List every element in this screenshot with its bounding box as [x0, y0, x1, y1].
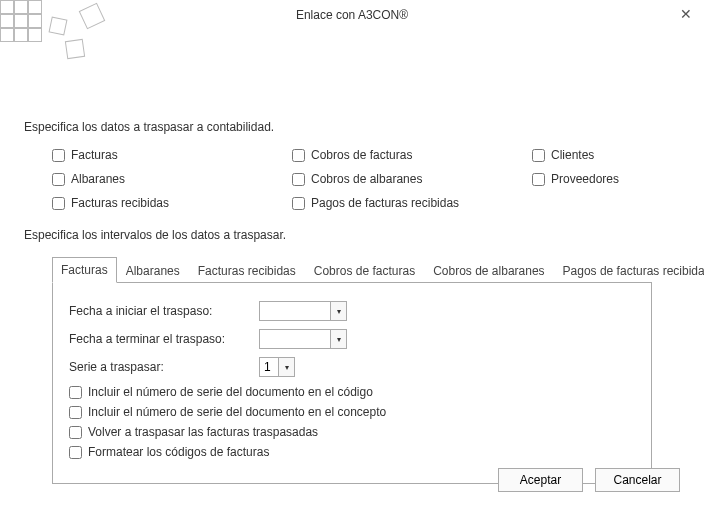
accept-button[interactable]: Aceptar: [498, 468, 583, 492]
serie-label: Serie a traspasar:: [69, 360, 259, 374]
serie-combo[interactable]: ▾: [259, 357, 295, 377]
title-bar: Enlace con A3CON® ✕: [0, 0, 704, 30]
check-pagos-facturas-recibidas-label: Pagos de facturas recibidas: [311, 196, 459, 210]
fecha-inicio-input[interactable]: [260, 302, 330, 320]
check-proveedores-label: Proveedores: [551, 172, 619, 186]
serie-dropdown-icon[interactable]: ▾: [278, 358, 294, 376]
check-albaranes-label: Albaranes: [71, 172, 125, 186]
opt-incluir-concepto-label: Incluir el número de serie del documento…: [88, 405, 386, 419]
check-cobros-facturas-box[interactable]: [292, 149, 305, 162]
tab-facturas[interactable]: Facturas: [52, 257, 117, 283]
close-icon[interactable]: ✕: [680, 6, 692, 22]
window-title: Enlace con A3CON®: [296, 8, 408, 22]
check-facturas-box[interactable]: [52, 149, 65, 162]
check-clientes-box[interactable]: [532, 149, 545, 162]
opt-volver-traspasar-label: Volver a traspasar las facturas traspasa…: [88, 425, 318, 439]
tab-cobros-facturas[interactable]: Cobros de facturas: [305, 258, 424, 283]
opt-volver-traspasar[interactable]: Volver a traspasar las facturas traspasa…: [69, 425, 635, 439]
check-cobros-facturas[interactable]: Cobros de facturas: [292, 148, 532, 162]
tab-cobros-albaranes[interactable]: Cobros de albaranes: [424, 258, 553, 283]
tab-facturas-recibidas[interactable]: Facturas recibidas: [189, 258, 305, 283]
opt-formatear-codigos-label: Formatear los códigos de facturas: [88, 445, 269, 459]
check-albaranes[interactable]: Albaranes: [52, 172, 292, 186]
check-clientes[interactable]: Clientes: [532, 148, 682, 162]
fecha-fin-combo[interactable]: ▾: [259, 329, 347, 349]
check-facturas-label: Facturas: [71, 148, 118, 162]
tab-albaranes[interactable]: Albaranes: [117, 258, 189, 283]
tab-panel-facturas: Fecha a iniciar el traspaso: ▾ Fecha a t…: [52, 283, 652, 484]
check-facturas[interactable]: Facturas: [52, 148, 292, 162]
opt-volver-traspasar-box[interactable]: [69, 426, 82, 439]
opt-incluir-concepto[interactable]: Incluir el número de serie del documento…: [69, 405, 635, 419]
opt-incluir-codigo-label: Incluir el número de serie del documento…: [88, 385, 373, 399]
serie-input[interactable]: [260, 358, 278, 376]
opt-incluir-codigo-box[interactable]: [69, 386, 82, 399]
check-proveedores[interactable]: Proveedores: [532, 172, 682, 186]
check-facturas-recibidas-box[interactable]: [52, 197, 65, 210]
section-intervals-label: Especifica los intervalos de los datos a…: [24, 228, 680, 242]
check-cobros-facturas-label: Cobros de facturas: [311, 148, 412, 162]
section-data-label: Especifica los datos a traspasar a conta…: [24, 120, 680, 134]
data-checks-grid: Facturas Cobros de facturas Clientes Alb…: [52, 148, 680, 210]
opt-incluir-concepto-box[interactable]: [69, 406, 82, 419]
check-facturas-recibidas-label: Facturas recibidas: [71, 196, 169, 210]
check-cobros-albaranes-box[interactable]: [292, 173, 305, 186]
fecha-inicio-combo[interactable]: ▾: [259, 301, 347, 321]
fecha-fin-label: Fecha a terminar el traspaso:: [69, 332, 259, 346]
check-pagos-facturas-recibidas-box[interactable]: [292, 197, 305, 210]
check-pagos-facturas-recibidas[interactable]: Pagos de facturas recibidas: [292, 196, 532, 210]
check-cobros-albaranes[interactable]: Cobros de albaranes: [292, 172, 532, 186]
tab-pagos-facturas-recibidas[interactable]: Pagos de facturas recibidas: [554, 258, 704, 283]
fecha-fin-input[interactable]: [260, 330, 330, 348]
fecha-fin-dropdown-icon[interactable]: ▾: [330, 330, 346, 348]
opt-incluir-codigo[interactable]: Incluir el número de serie del documento…: [69, 385, 635, 399]
tab-strip: Facturas Albaranes Facturas recibidas Co…: [52, 256, 652, 283]
check-albaranes-box[interactable]: [52, 173, 65, 186]
fecha-inicio-dropdown-icon[interactable]: ▾: [330, 302, 346, 320]
check-proveedores-box[interactable]: [532, 173, 545, 186]
opt-formatear-codigos-box[interactable]: [69, 446, 82, 459]
check-clientes-label: Clientes: [551, 148, 594, 162]
check-cobros-albaranes-label: Cobros de albaranes: [311, 172, 422, 186]
check-facturas-recibidas[interactable]: Facturas recibidas: [52, 196, 292, 210]
fecha-inicio-label: Fecha a iniciar el traspaso:: [69, 304, 259, 318]
opt-formatear-codigos[interactable]: Formatear los códigos de facturas: [69, 445, 635, 459]
cancel-button[interactable]: Cancelar: [595, 468, 680, 492]
